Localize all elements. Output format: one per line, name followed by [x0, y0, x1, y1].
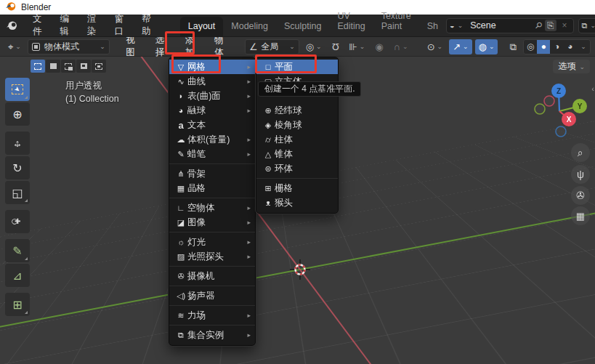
material-preview-icon: ◑	[554, 41, 559, 52]
eye-cursor-icon: ⊙	[427, 42, 435, 52]
pivot-point-button[interactable]: ◎ ⌄	[302, 41, 325, 53]
menu-item-mesh[interactable]: ▽ 网格 ▸	[169, 60, 255, 74]
tab-uv-editing[interactable]: UV Editing	[329, 7, 373, 36]
options-dropdown[interactable]: 选项 ⌄	[553, 60, 590, 73]
blender-topbar: 文件 编辑 渲染 窗口 帮助 Layout Modeling Sculpting…	[0, 15, 595, 37]
menu-item-empty[interactable]: ∟ 空物体 ▸	[169, 201, 255, 215]
menu-render[interactable]: 渲染	[79, 10, 107, 41]
transform-orientation-select[interactable]: ∠ 全局 ⌄	[245, 39, 299, 54]
menu-item-image[interactable]: ◪ 图像 ▸	[169, 215, 255, 230]
blender-app-menu-icon[interactable]	[6, 20, 17, 31]
select-subtract-icon	[65, 63, 72, 70]
menu-item-armature[interactable]: ⋔ 骨架	[169, 166, 255, 181]
shading-rendered-button[interactable]: ◕	[564, 40, 577, 54]
surface-icon: ◗	[174, 92, 187, 100]
proportional-falloff-button[interactable]: ∩ ⌄	[390, 41, 412, 53]
menu-item-grease-pencil[interactable]: ✎ 蜡笔 ▸	[169, 147, 255, 161]
overlays-toggle-button[interactable]: ◍ ⌄	[475, 39, 498, 54]
submenu-arrow-icon: ▸	[247, 92, 251, 100]
tool-cursor-button[interactable]: ⊕	[5, 102, 30, 126]
curve-icon: ∿	[174, 78, 187, 86]
editor-type-button[interactable]: ⌖ ⌄	[4, 41, 25, 53]
tool-move-button[interactable]: ↔↕	[5, 132, 30, 155]
menu-edit[interactable]: 编辑	[52, 10, 80, 41]
select-mode-subtract-button[interactable]	[61, 60, 76, 73]
tab-shading-truncated[interactable]: Sh	[419, 17, 446, 36]
navigation-gizmo[interactable]: Z Y X	[533, 78, 590, 139]
ortho-toggle-button[interactable]: ▦	[571, 206, 590, 225]
tool-rotate-button[interactable]: ↻	[5, 156, 30, 179]
select-mode-invert-button[interactable]	[76, 60, 91, 73]
menu-help[interactable]: 帮助	[134, 10, 161, 41]
submenu-item-monkey[interactable]: ᴥ 猴头	[256, 195, 338, 210]
tool-annotate-button[interactable]: ✎	[5, 239, 30, 262]
select-mode-intersect-button[interactable]	[92, 60, 106, 73]
menu-file[interactable]: 文件	[25, 10, 52, 41]
menu-item-camera[interactable]: ✇ 摄像机	[169, 269, 255, 283]
menu-item-surface[interactable]: ◗ 表(曲)面 ▸	[169, 89, 255, 103]
select-mode-set-button[interactable]	[31, 60, 45, 73]
proportional-edit-button[interactable]: ◉	[371, 41, 386, 53]
submenu-arrow-icon: ▸	[247, 238, 251, 246]
menu-item-text[interactable]: a 文本	[169, 118, 255, 132]
scene-selector[interactable]: ◒ ⌄ Scene ⚲ ⎘ ×	[446, 18, 574, 33]
submenu-item-torus[interactable]: ⊚ 环体	[256, 161, 338, 176]
sidebar-toggle-icon[interactable]: ‹	[591, 84, 594, 93]
tool-transform-button[interactable]: ○✚	[5, 210, 30, 233]
plane-icon: □	[262, 63, 275, 71]
xray-toggle-button[interactable]: ⧉	[506, 41, 520, 53]
tab-modeling[interactable]: Modeling	[223, 17, 276, 36]
menu-item-speaker[interactable]: ◁) 扬声器	[169, 288, 255, 303]
menu-item-lattice[interactable]: ▦ 晶格	[169, 181, 255, 195]
menu-item-light-probe[interactable]: ▨ 光照探头 ▸	[169, 249, 255, 264]
submenu-item-cylinder[interactable]: ⌭ 柱体	[256, 132, 338, 147]
shading-solid-button[interactable]: ●	[537, 40, 550, 54]
camera-view-button[interactable]: ✇	[571, 186, 590, 205]
menu-item-curve[interactable]: ∿ 曲线 ▸	[169, 74, 255, 89]
mode-select[interactable]: 物体模式 ⌄	[28, 39, 110, 54]
select-mode-extend-button[interactable]	[46, 60, 60, 73]
select-box-icon: ➤	[12, 84, 23, 94]
scene-name[interactable]: Scene	[466, 20, 533, 31]
submenu-item-cone[interactable]: △ 锥体	[256, 147, 338, 161]
chevron-down-icon: ⌄	[289, 43, 295, 50]
zoom-button[interactable]: ⌕	[571, 143, 590, 162]
pan-button[interactable]: ψ	[571, 165, 590, 184]
shading-wireframe-button[interactable]: ◎	[524, 40, 537, 54]
tab-texture-paint[interactable]: Texture Paint	[373, 7, 419, 36]
gizmo-axis-neg-z[interactable]	[556, 126, 566, 137]
mode-label: 物体模式	[42, 41, 97, 53]
menu-item-metaball[interactable]: ◕ 融球 ▸	[169, 103, 255, 118]
new-scene-icon[interactable]: ⎘	[545, 20, 556, 31]
tool-add-cube-button[interactable]: ⊞	[5, 293, 30, 316]
visibility-button[interactable]: ⊙ ⌄	[424, 41, 446, 53]
menu-item-force-field[interactable]: ≋ 力场 ▸	[169, 308, 255, 323]
chevron-down-icon: ⌄	[316, 43, 322, 50]
menu-item-volume[interactable]: ☁ 体积(音量) ▸	[169, 132, 255, 147]
gizmo-axis-neg-y[interactable]	[535, 104, 545, 114]
tool-select-box-button[interactable]: ➤	[5, 78, 30, 101]
submenu-arrow-icon: ▸	[247, 312, 251, 319]
pin-icon[interactable]: ⚲	[533, 20, 545, 31]
snap-with-button[interactable]: ⊪ ⌄	[345, 41, 368, 53]
menu-window[interactable]: 窗口	[107, 10, 134, 41]
submenu-item-ico-sphere[interactable]: ◈ 棱角球	[256, 118, 338, 132]
shading-dropdown-button[interactable]: ⌄	[577, 40, 590, 54]
tool-scale-button[interactable]: ◱	[5, 181, 30, 204]
tooltip-plane: 创建一个 4 点基准平面.	[258, 81, 361, 97]
tool-measure-button[interactable]: ⊿	[5, 264, 30, 287]
shading-material-button[interactable]: ◑	[550, 40, 563, 54]
gizmo-axis-neg-x[interactable]	[544, 96, 554, 106]
snap-button[interactable]: Ω	[328, 41, 343, 53]
xray-icon: ⧉	[510, 42, 517, 52]
submenu-item-grid[interactable]: ⊞ 栅格	[256, 181, 338, 195]
gizmos-toggle-button[interactable]: ↗ ⌄	[449, 39, 471, 54]
view-layer-selector[interactable]: ⧉ ⌄	[578, 18, 595, 33]
submenu-item-uv-sphere[interactable]: ⊕ 经纬球	[256, 103, 338, 118]
close-icon[interactable]: ×	[559, 20, 570, 31]
tab-layout[interactable]: Layout	[180, 17, 224, 36]
menu-item-light[interactable]: ☼ 灯光 ▸	[169, 235, 255, 249]
tab-sculpting[interactable]: Sculpting	[276, 17, 329, 36]
menu-item-collection-instance[interactable]: ⧉ 集合实例 ▸	[169, 328, 255, 342]
submenu-item-plane[interactable]: □ 平面	[256, 60, 338, 74]
